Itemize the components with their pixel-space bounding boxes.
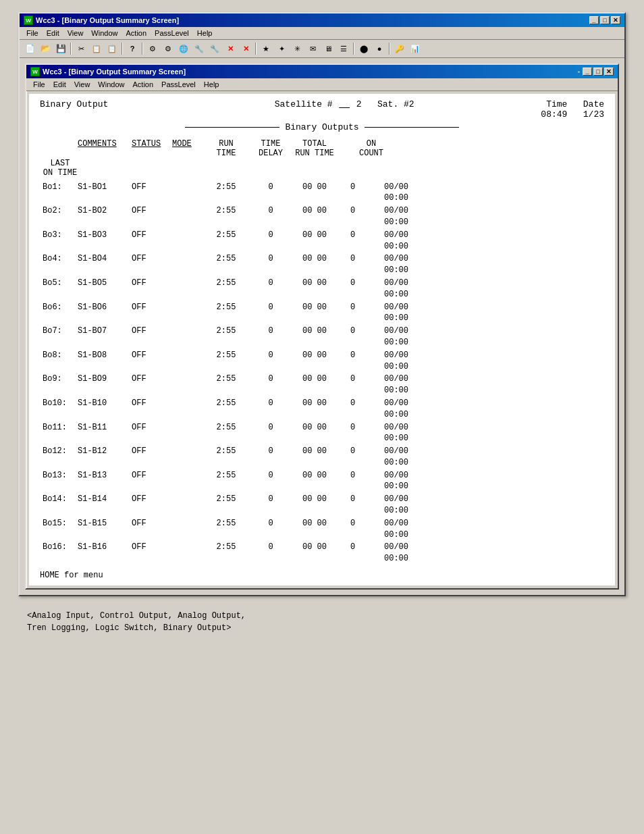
row-status: OFF [132, 518, 172, 541]
inner-menu-view[interactable]: View [70, 79, 95, 90]
inner-maximize-button[interactable]: □ [593, 68, 603, 76]
bottom-text-area: <Analog Input, Control Output, Analog Ou… [27, 610, 617, 634]
tb-tool-button[interactable]: 🔧 [192, 41, 207, 56]
row-last: 00/00 00:00 [371, 518, 408, 541]
menu-help[interactable]: Help [193, 28, 217, 38]
row-count: 0 [334, 182, 371, 205]
row-comment[interactable]: S1-BO3 [78, 230, 132, 253]
tb-list-button[interactable]: ☰ [336, 41, 351, 56]
tb-help-button[interactable]: ? [125, 41, 140, 56]
row-id: Bo1: [43, 182, 78, 205]
row-delay: 0 [246, 373, 295, 396]
tb-chart-button[interactable]: 📊 [408, 41, 423, 56]
row-run-time: 2:55 [206, 205, 246, 228]
tb-sun-button[interactable]: ✳ [290, 41, 304, 56]
row-run-time: 2:55 [206, 398, 246, 421]
tb-save-button[interactable]: 💾 [53, 41, 68, 56]
row-mode [172, 373, 206, 396]
row-mode [172, 302, 206, 325]
row-comment[interactable]: S1-BO1 [78, 182, 132, 205]
close-button[interactable]: ✕ [611, 16, 620, 24]
row-status: OFF [132, 230, 172, 253]
row-delay: 0 [246, 205, 295, 228]
row-status: OFF [132, 205, 172, 228]
row-delay: 0 [246, 325, 295, 348]
tb-paste-button[interactable]: 📋 [105, 41, 119, 56]
row-comment[interactable]: S1-B13 [78, 470, 132, 493]
row-status: OFF [132, 470, 172, 493]
row-comment[interactable]: S1-BO6 [78, 302, 132, 325]
row-count: 0 [334, 302, 371, 325]
row-comment[interactable]: S1-B10 [78, 398, 132, 421]
row-delay: 0 [246, 470, 295, 493]
row-mode [172, 518, 206, 541]
row-comment[interactable]: S1-B16 [78, 542, 132, 565]
row-last: 00/00 00:00 [371, 373, 408, 396]
inner-menu-edit[interactable]: Edit [49, 79, 70, 90]
row-status: OFF [132, 302, 172, 325]
row-total: 00 00 [295, 182, 334, 205]
row-count: 0 [334, 494, 371, 517]
menu-view[interactable]: View [63, 28, 88, 38]
row-total: 00 00 [295, 398, 334, 421]
tb-star2-button[interactable]: ✦ [274, 41, 289, 56]
row-comment[interactable]: S1-BO9 [78, 373, 132, 396]
inner-menu-help[interactable]: Help [200, 79, 223, 90]
row-comment[interactable]: S1-BO5 [78, 278, 132, 301]
tb-circle-button[interactable]: ⬤ [356, 41, 371, 56]
binary-output-label: Binary Output [40, 99, 148, 109]
row-comment[interactable]: S1-BO7 [78, 325, 132, 348]
tb-delete2-button[interactable]: ✕ [238, 41, 253, 56]
inner-minimize-button[interactable]: _ [583, 68, 592, 76]
row-comment[interactable]: S1-B15 [78, 518, 132, 541]
minimize-button[interactable]: _ [589, 16, 599, 24]
tb-monitor-button[interactable]: 🖥 [321, 41, 336, 56]
tb-globe-button[interactable]: 🌐 [176, 41, 191, 56]
row-id: Bo2: [43, 205, 78, 228]
row-comment[interactable]: S1-BO2 [78, 205, 132, 228]
row-last: 00/00 00:00 [371, 230, 408, 253]
row-mode [172, 350, 206, 373]
inner-menu-window[interactable]: Window [94, 79, 128, 90]
tb-star-button[interactable]: ★ [259, 41, 273, 56]
tb-email-button[interactable]: ✉ [305, 41, 320, 56]
row-delay: 0 [246, 350, 295, 373]
inner-menu-file[interactable]: File [29, 79, 49, 90]
tb-bullet-button[interactable]: ● [372, 41, 387, 56]
menu-file[interactable]: File [22, 28, 43, 38]
tb-tool2-button[interactable]: 🔧 [207, 41, 222, 56]
tb-open-button[interactable]: 📂 [38, 41, 53, 56]
menu-passlevel[interactable]: PassLevel [151, 28, 193, 38]
row-run-time: 2:55 [206, 373, 246, 396]
tb-gear-button[interactable]: ⚙ [145, 41, 160, 56]
time-date-area: Time Date 08:49 1/23 [541, 99, 604, 120]
row-delay: 0 [246, 302, 295, 325]
column-headers: COMMENTS STATUS MODE RUN TIME TIME DELAY… [40, 139, 604, 178]
section-title-row: Binary Outputs [40, 122, 604, 132]
maximize-button[interactable]: □ [600, 16, 610, 24]
tb-delete-button[interactable]: ✕ [223, 41, 238, 56]
row-comment[interactable]: S1-BO4 [78, 253, 132, 276]
section-title: Binary Outputs [285, 122, 358, 132]
inner-menu-passlevel[interactable]: PassLevel [157, 79, 200, 90]
row-comment[interactable]: S1-BO8 [78, 350, 132, 373]
tb-key-button[interactable]: 🔑 [392, 41, 407, 56]
tb-new-button[interactable]: 📄 [22, 41, 37, 56]
tb-cut-button[interactable]: ✂ [74, 41, 88, 56]
inner-menu-action[interactable]: Action [128, 79, 157, 90]
row-comment[interactable]: S1-B11 [78, 422, 132, 445]
menu-action[interactable]: Action [122, 28, 151, 38]
table-row: Bo15: S1-B15 OFF 2:55 0 00 00 0 00/00 00… [40, 517, 604, 542]
inner-close-button[interactable]: ✕ [604, 68, 614, 76]
menu-edit[interactable]: Edit [43, 28, 63, 38]
row-count: 0 [334, 542, 371, 565]
tb-gear2-button[interactable]: ⚙ [161, 41, 176, 56]
outer-menu-bar: File Edit View Window Action PassLevel H… [20, 27, 624, 40]
tb-copy-button[interactable]: 📋 [89, 41, 104, 56]
row-status: OFF [132, 350, 172, 373]
row-comment[interactable]: S1-B14 [78, 494, 132, 517]
row-count: 0 [334, 373, 371, 396]
table-row: Bo5: S1-BO5 OFF 2:55 0 00 00 0 00/00 00:… [40, 277, 604, 301]
menu-window[interactable]: Window [87, 28, 122, 38]
row-comment[interactable]: S1-B12 [78, 446, 132, 469]
